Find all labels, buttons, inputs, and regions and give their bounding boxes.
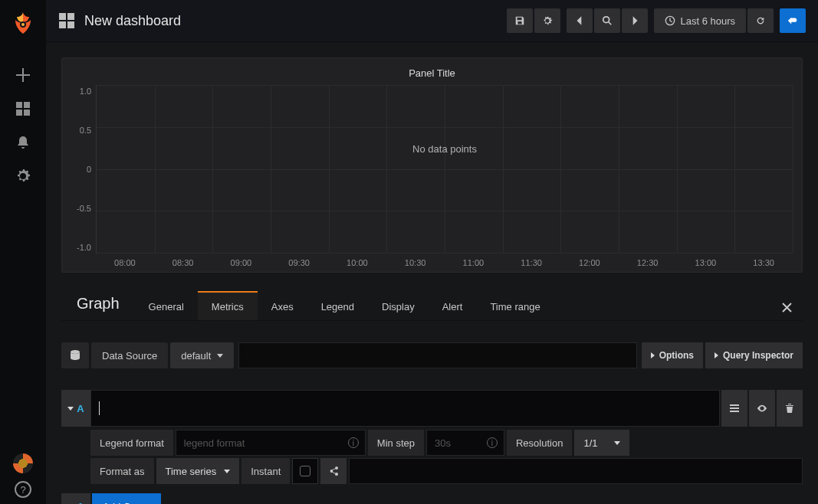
panel-editor-tabs: Graph General Metrics Axes Legend Displa… xyxy=(61,291,803,321)
query-inspector-button[interactable]: Query Inspector xyxy=(705,342,803,368)
instant-checkbox[interactable] xyxy=(292,458,318,484)
svg-rect-9 xyxy=(67,21,74,28)
save-button[interactable] xyxy=(507,8,533,33)
grafana-logo-icon[interactable] xyxy=(11,11,35,35)
tab-axes[interactable]: Axes xyxy=(258,293,307,320)
query-letter: A xyxy=(77,403,84,414)
configuration-gear-icon[interactable] xyxy=(0,159,46,193)
x-tick: 11:00 xyxy=(445,258,503,267)
datasource-select[interactable]: default xyxy=(170,342,234,368)
query-menu-icon[interactable] xyxy=(721,390,747,427)
add-query-toggle[interactable]: A xyxy=(61,493,90,504)
svg-rect-2 xyxy=(16,102,22,108)
datasource-icon xyxy=(61,342,89,368)
svg-rect-7 xyxy=(67,13,74,20)
tab-legend[interactable]: Legend xyxy=(307,293,368,320)
chevron-down-icon xyxy=(217,354,223,358)
chevron-down-icon xyxy=(67,407,74,411)
x-tick: 10:30 xyxy=(386,258,445,267)
topbar: New dashboard Last 6 hours xyxy=(46,0,818,42)
query-expression-input[interactable] xyxy=(90,390,720,427)
tab-metrics[interactable]: Metrics xyxy=(198,291,258,320)
back-button[interactable] xyxy=(780,8,806,33)
svg-rect-5 xyxy=(24,110,30,116)
x-tick: 13:00 xyxy=(677,258,735,267)
time-back-button[interactable] xyxy=(567,8,593,33)
legend-format-input[interactable]: legend format i xyxy=(176,430,366,456)
y-tick: 1.0 xyxy=(71,87,91,96)
query-delete-icon[interactable] xyxy=(777,390,803,427)
query-options-button[interactable]: Options xyxy=(642,342,703,368)
tab-display[interactable]: Display xyxy=(368,293,429,320)
placeholder-text: 30s xyxy=(435,437,451,449)
query-toggle[interactable]: A xyxy=(61,390,90,427)
datasource-bar: Data Source default Options Query Inspec… xyxy=(61,342,803,368)
info-icon[interactable]: i xyxy=(487,437,498,448)
x-tick: 09:00 xyxy=(212,258,271,267)
resolution-label: Resolution xyxy=(507,430,572,456)
x-tick: 12:00 xyxy=(560,258,619,267)
create-icon[interactable] xyxy=(0,58,46,92)
refresh-button[interactable] xyxy=(747,8,774,33)
chart-area[interactable]: 1.0 0.5 0 -0.5 -1.0 No data points xyxy=(71,85,793,254)
tab-alert[interactable]: Alert xyxy=(429,293,477,320)
time-range-label: Last 6 hours xyxy=(680,15,735,27)
add-query-button[interactable]: Add Query xyxy=(92,493,161,504)
panel-type-label[interactable]: Graph xyxy=(61,295,135,320)
x-tick: 08:30 xyxy=(154,258,212,267)
add-query-row: A Add Query xyxy=(61,493,803,504)
graph-panel: Panel Title 1.0 0.5 0 -0.5 -1.0 xyxy=(61,57,803,273)
inspector-label: Query Inspector xyxy=(723,350,793,361)
y-tick: -0.5 xyxy=(71,204,91,213)
info-icon[interactable]: i xyxy=(348,437,359,448)
query-toggle-visibility-icon[interactable] xyxy=(749,390,775,427)
alerting-bell-icon[interactable] xyxy=(0,126,46,159)
datasource-hint-input[interactable] xyxy=(238,342,636,368)
min-step-input[interactable]: 30s i xyxy=(426,430,504,456)
share-link-icon[interactable] xyxy=(320,458,347,484)
y-tick: 0.5 xyxy=(71,126,91,135)
main-content: Panel Title 1.0 0.5 0 -0.5 -1.0 xyxy=(46,42,818,504)
zoom-out-button[interactable] xyxy=(594,8,620,33)
no-data-message: No data points xyxy=(412,143,477,155)
resolution-select[interactable]: 1/1 xyxy=(574,430,629,456)
format-as-value: Time series xyxy=(166,466,217,477)
format-as-select[interactable]: Time series xyxy=(156,458,240,484)
dashboards-icon[interactable] xyxy=(0,92,46,126)
tab-general[interactable]: General xyxy=(135,293,198,320)
svg-point-12 xyxy=(71,350,80,354)
datasource-selected: default xyxy=(181,350,211,362)
svg-rect-8 xyxy=(59,21,66,28)
resolution-value: 1/1 xyxy=(583,437,597,449)
placeholder-text: legend format xyxy=(184,437,245,449)
svg-rect-6 xyxy=(59,13,66,20)
tab-time-range[interactable]: Time range xyxy=(476,293,554,320)
add-query-label: Add Query xyxy=(103,501,150,505)
panel-title[interactable]: Panel Title xyxy=(71,64,793,85)
y-axis: 1.0 0.5 0 -0.5 -1.0 xyxy=(71,85,96,254)
options-label: Options xyxy=(659,350,694,361)
min-step-label: Min step xyxy=(368,430,424,456)
plot-area[interactable]: No data points xyxy=(96,85,793,254)
help-icon[interactable]: ? xyxy=(15,481,31,498)
dashboard-grid-icon xyxy=(58,12,75,29)
datasource-label: Data Source xyxy=(91,342,168,368)
x-tick: 08:00 xyxy=(96,258,154,267)
svg-rect-3 xyxy=(24,102,30,108)
sidebar: ? xyxy=(0,0,46,504)
query-letter: A xyxy=(77,501,84,505)
chevron-down-icon xyxy=(614,441,620,445)
caret-right-icon xyxy=(715,352,718,358)
x-tick: 13:30 xyxy=(734,258,793,267)
time-range-picker[interactable]: Last 6 hours xyxy=(654,8,746,33)
close-editor-icon[interactable] xyxy=(771,295,803,320)
instant-label: Instant xyxy=(241,458,290,484)
x-tick: 12:30 xyxy=(619,258,677,267)
dashboard-title[interactable]: New dashboard xyxy=(84,13,181,29)
svg-point-1 xyxy=(21,23,25,26)
user-avatar[interactable] xyxy=(13,453,33,473)
time-forward-button[interactable] xyxy=(622,8,648,33)
format-as-label: Format as xyxy=(90,458,154,484)
settings-button[interactable] xyxy=(534,8,560,33)
y-tick: -1.0 xyxy=(71,243,91,252)
